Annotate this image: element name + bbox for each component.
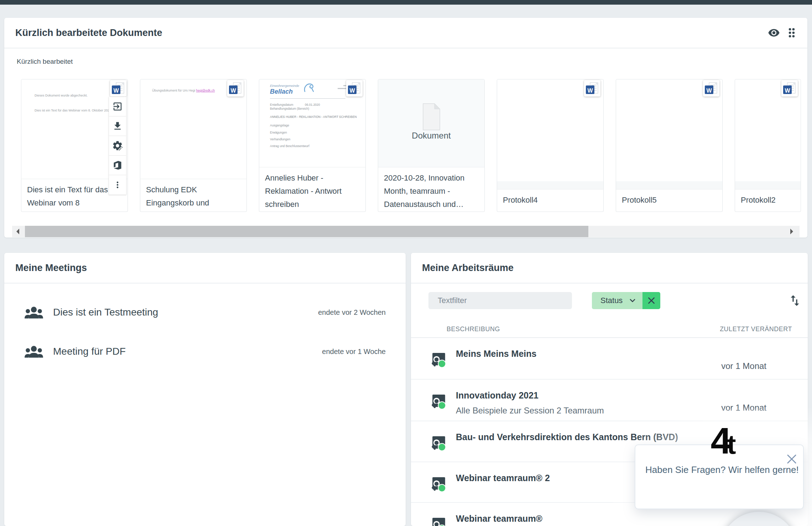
scroll-left-arrow-icon[interactable]	[15, 228, 21, 235]
workspace-title: Webinar teamraum® 2	[456, 473, 550, 483]
document-title: Protokoll4	[497, 189, 603, 212]
generic-file-icon	[420, 103, 443, 131]
workspace-icon	[431, 517, 447, 526]
meetings-panel: Meine Meetings Dies ist ein Testmeeting …	[4, 253, 406, 526]
help-message: Haben Sie Fragen? Wir helfen gerne!	[645, 462, 799, 478]
visibility-icon[interactable]	[767, 26, 781, 40]
letter-org-name: Bellach	[270, 88, 293, 95]
workspaces-header: Meine Arbeitsräume	[411, 253, 808, 283]
workspace-title: Innovationday 2021	[456, 390, 538, 401]
document-card[interactable]: Dokument 2020-10-28, Innovation Month, t…	[378, 79, 485, 212]
document-action-toolbar	[109, 97, 126, 195]
chevron-down-icon	[628, 296, 637, 305]
word-file-icon: W	[703, 80, 719, 97]
letter-logo-horse-icon	[303, 82, 315, 93]
status-dropdown[interactable]: Status	[592, 292, 642, 309]
document-title: Protokoll2	[735, 189, 801, 212]
word-file-icon: W	[584, 80, 600, 97]
word-file-icon: W	[346, 80, 363, 97]
text-filter-input[interactable]	[428, 292, 572, 309]
preview-text-line: Dies ist ein Text für das Webinar vom 8.…	[35, 109, 111, 112]
svg-text:W: W	[349, 88, 355, 94]
letter-section-line: Antrag und Beschlussentwurf	[270, 144, 309, 148]
meeting-list-item[interactable]: Meeting für PDF endete vor 1 Woche	[4, 332, 406, 371]
letter-section-line: Erwägungen	[270, 131, 287, 134]
word-file-icon: W	[781, 80, 798, 97]
svg-text:W: W	[706, 88, 712, 94]
workspace-icon	[431, 394, 447, 410]
meetings-header: Meine Meetings	[4, 253, 406, 283]
recent-documents-title: Kürzlich bearbeitete Dokumente	[15, 27, 162, 38]
meeting-ended-label: endete vor 1 Woche	[322, 348, 386, 356]
workspace-row[interactable]: Meins Meins Meins vor 1 Monat	[411, 338, 808, 380]
workspace-icon	[431, 352, 447, 368]
svg-text:W: W	[785, 88, 790, 94]
document-card[interactable]: Übungsdokument für Urs Hegi hegi@edk.ch …	[140, 79, 247, 212]
fourteamwork-logo: 4t	[697, 422, 750, 460]
workspace-icon	[431, 436, 447, 451]
workspace-subtitle: Alle Beispiele zur Session 2 Teamraum	[456, 406, 604, 416]
recent-section-label: Kürzlich bearbeitet	[17, 58, 73, 66]
document-preview: Dokument	[378, 79, 484, 167]
word-file-icon: W	[110, 80, 126, 97]
meeting-name: Dies ist ein Testmeeting	[53, 307, 318, 318]
preview-link-text: hegi@edk.ch	[196, 89, 215, 92]
status-label: Status	[600, 296, 623, 305]
recent-documents-panel: Kürzlich bearbeitete Dokumente Kürzlich …	[4, 18, 807, 238]
column-header-modified: ZULETZT VERÄNDERT	[720, 326, 792, 333]
horizontal-scrollbar	[12, 226, 800, 237]
svg-text:W: W	[587, 88, 593, 94]
meeting-name: Meeting für PDF	[53, 346, 322, 357]
scrollbar-thumb[interactable]	[25, 226, 588, 237]
drag-grid-icon[interactable]	[785, 26, 799, 40]
workspaces-filter-bar: Status	[428, 292, 802, 309]
svg-text:W: W	[113, 88, 119, 94]
meetings-list: Dies ist ein Testmeeting endete vor 2 Wo…	[4, 283, 406, 371]
preview-text-line: Übungsdokument für Urs Hegi	[152, 89, 195, 92]
document-card[interactable]: W Protokoll2	[735, 79, 801, 212]
document-card[interactable]: Einwohnergemeinde Bellach Erstellungsdat…	[259, 79, 366, 212]
svg-text:W: W	[230, 88, 236, 94]
workspace-title: Meins Meins Meins	[456, 349, 536, 359]
workspace-modified: vor 1 Monat	[721, 361, 766, 371]
meetings-title: Meine Meetings	[15, 262, 87, 274]
column-header-description: BESCHREIBUNG	[447, 326, 500, 333]
more-options-button[interactable]	[109, 175, 126, 195]
letter-org-line: Einwohnergemeinde	[270, 84, 299, 88]
letter-section-line: Verhandlungen	[270, 137, 290, 141]
scroll-right-arrow-icon[interactable]	[789, 228, 795, 235]
status-filter-chip[interactable]: Status	[592, 292, 660, 309]
document-card[interactable]: W Protokoll5	[616, 79, 723, 212]
document-title: Schulung EDK Eingangskorb und Aufgaben H…	[140, 179, 246, 212]
letter-meta-value: 06.01.2020	[305, 103, 320, 106]
sort-icon[interactable]	[788, 293, 802, 308]
meeting-group-icon	[25, 305, 43, 319]
recent-documents-header: Kürzlich bearbeitete Dokumente	[4, 18, 807, 48]
letter-section-line: Ausgangslage	[270, 124, 289, 127]
document-card[interactable]: Dieses Dokument wurde abgecheckt. Dies i…	[21, 79, 128, 212]
open-in-app-button[interactable]	[109, 97, 126, 116]
document-title: Annelies Huber - Reklamation - Antwort s…	[259, 167, 365, 212]
office-button[interactable]	[109, 156, 126, 175]
clear-status-filter-button[interactable]	[642, 292, 660, 309]
letter-subject-line: ANNELIES HUBER - REKLAMATION - ANTWORT S…	[270, 115, 357, 119]
letter-meta-label: Erstellungsdatum	[270, 103, 293, 106]
meeting-ended-label: endete vor 2 Wochen	[318, 308, 386, 317]
preview-text-line: Dieses Dokument wurde abgecheckt.	[35, 94, 88, 97]
generic-file-label: Dokument	[378, 131, 484, 141]
settings-edit-button[interactable]	[109, 136, 126, 156]
top-navbar	[0, 0, 812, 5]
meeting-group-icon	[25, 344, 43, 359]
letter-meta-label: Behandlungsdatum (Bereich)	[270, 107, 309, 110]
document-card[interactable]: W Protokoll4	[497, 79, 604, 212]
word-file-icon: W	[227, 80, 244, 97]
workspaces-title: Meine Arbeitsräume	[422, 262, 514, 274]
download-button[interactable]	[109, 116, 126, 136]
workspace-title: Webinar teamraum®	[456, 514, 542, 524]
workspace-icon	[431, 476, 447, 492]
letter-divider	[270, 98, 345, 99]
close-icon	[647, 296, 656, 305]
document-title: 2020-10-28, Innovation Month, teamraum -…	[378, 167, 484, 212]
recent-cards-row: Dieses Dokument wurde abgecheckt. Dies i…	[21, 79, 801, 212]
meeting-list-item[interactable]: Dies ist ein Testmeeting endete vor 2 Wo…	[4, 293, 406, 332]
